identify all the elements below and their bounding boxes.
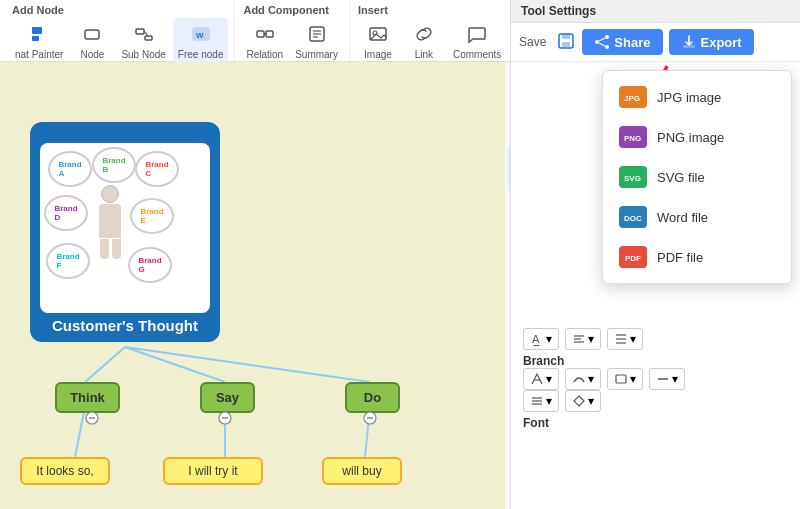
branch-label: Branch xyxy=(523,354,788,368)
looks-node[interactable]: It looks so, xyxy=(20,457,110,485)
summary-icon xyxy=(303,20,331,48)
svg-rect-1 xyxy=(32,36,39,41)
export-button[interactable]: Export xyxy=(669,29,754,55)
image-label: Image xyxy=(364,49,392,60)
branch-line-btn[interactable]: ▾ xyxy=(649,368,685,390)
comments-button[interactable]: Comments xyxy=(448,18,506,62)
node-icon xyxy=(78,20,106,48)
svg-text:JPG: JPG xyxy=(624,94,640,103)
add-component-group: Add Component Relation Summary xyxy=(235,0,350,61)
export-pdf[interactable]: PDF PDF file xyxy=(603,237,791,277)
buy-node[interactable]: will buy xyxy=(322,457,402,485)
free-node-button[interactable]: W Free node xyxy=(173,18,229,62)
branch-color-row: ▾ ▾ ▾ ▾ xyxy=(523,368,788,390)
format-painter-button[interactable]: nat Painter xyxy=(10,18,68,62)
svg-line-17 xyxy=(85,347,125,382)
sub-node-button[interactable]: Sub Node xyxy=(116,18,170,62)
branch-extra2-btn[interactable]: ▾ xyxy=(565,390,601,412)
svg-rect-0 xyxy=(32,27,42,34)
jpg-label: JPG image xyxy=(657,90,721,105)
comments-icon xyxy=(463,20,491,48)
align-left-btn[interactable]: ▾ xyxy=(565,328,601,350)
png-icon: PNG xyxy=(619,126,647,148)
add-node-items: nat Painter Node Sub Node W Free node xyxy=(10,18,228,62)
export-doc[interactable]: DOC Word file xyxy=(603,197,791,237)
svg-point-34 xyxy=(605,45,609,49)
summary-button[interactable]: Summary xyxy=(290,18,343,62)
try-node[interactable]: I will try it xyxy=(163,457,263,485)
free-node-icon: W xyxy=(187,20,215,48)
tool-settings-header: Tool Settings xyxy=(511,0,800,23)
svg-text:A̲: A̲ xyxy=(532,333,540,346)
free-node-label: Free node xyxy=(178,49,224,60)
branch-extra-row: ▾ ▾ xyxy=(523,390,788,412)
brand-f-bubble: BrandF xyxy=(46,243,90,279)
think-node[interactable]: Think xyxy=(55,382,120,413)
tool-settings-panel: Tool Settings Save Share Export JPG JPG … xyxy=(510,0,800,509)
do-node[interactable]: Do xyxy=(345,382,400,413)
font-label: Font xyxy=(523,416,788,430)
branch-stroke-btn[interactable]: ▾ xyxy=(565,368,601,390)
add-node-title: Add Node xyxy=(10,4,64,16)
underline-btn[interactable]: A̲ ▾ xyxy=(523,328,559,350)
comments-label: Comments xyxy=(453,49,501,60)
branch-extra1-btn[interactable]: ▾ xyxy=(523,390,559,412)
svg-rect-57 xyxy=(616,375,626,383)
doc-icon: DOC xyxy=(619,206,647,228)
brand-a-bubble: BrandA xyxy=(48,151,92,187)
export-svg[interactable]: SVG SVG file xyxy=(603,157,791,197)
say-node[interactable]: Say xyxy=(200,382,255,413)
do-collapse[interactable] xyxy=(363,411,377,428)
svg-line-36 xyxy=(599,43,605,46)
relation-button[interactable]: Relation xyxy=(241,18,288,62)
branch-border-btn[interactable]: ▾ xyxy=(607,368,643,390)
brand-c-bubble: BrandC xyxy=(135,151,179,187)
doc-label: Word file xyxy=(657,210,708,225)
insert-group: Insert Image Link Comments xyxy=(350,0,513,61)
text-format-row: A̲ ▾ ▾ ▾ xyxy=(523,328,788,350)
svg-label: SVG file xyxy=(657,170,705,185)
branch-fill-btn[interactable]: ▾ xyxy=(523,368,559,390)
node-button[interactable]: Node xyxy=(70,18,114,62)
tool-settings-title: Tool Settings xyxy=(521,4,596,18)
brand-g-bubble: BrandG xyxy=(128,247,172,283)
say-collapse[interactable] xyxy=(218,411,232,428)
jpg-icon: JPG xyxy=(619,86,647,108)
save-icon[interactable] xyxy=(556,31,576,54)
svg-rect-9 xyxy=(266,31,273,37)
add-component-items: Relation Summary xyxy=(241,18,343,62)
main-node-label: Customer's Thought xyxy=(44,317,206,334)
think-collapse[interactable] xyxy=(85,411,99,428)
svg-icon: SVG xyxy=(619,166,647,188)
add-component-title: Add Component xyxy=(241,4,329,16)
png-label: PNG image xyxy=(657,130,724,145)
svg-rect-30 xyxy=(562,34,570,39)
link-label: Link xyxy=(415,49,433,60)
ts-body-bottom: A̲ ▾ ▾ ▾ Branch ▾ ▾ ▾ xyxy=(511,320,800,509)
format-painter-icon xyxy=(25,20,53,48)
person-figure xyxy=(92,185,128,265)
svg-text:SVG: SVG xyxy=(624,174,641,183)
summary-label: Summary xyxy=(295,49,338,60)
image-button[interactable]: Image xyxy=(356,18,400,62)
canvas-area[interactable]: BrandA BrandB BrandC BrandD BrandE Brand… xyxy=(0,62,505,509)
line-height-btn[interactable]: ▾ xyxy=(607,328,643,350)
brand-b-bubble: BrandB xyxy=(92,147,136,183)
svg-line-35 xyxy=(599,38,605,41)
add-node-group: Add Node nat Painter Node Sub Node xyxy=(4,0,235,61)
image-icon xyxy=(364,20,392,48)
brand-d-bubble: BrandD xyxy=(44,195,88,231)
svg-line-19 xyxy=(125,347,370,382)
svg-rect-37 xyxy=(683,45,695,48)
main-node[interactable]: BrandA BrandB BrandC BrandD BrandE Brand… xyxy=(30,122,220,342)
share-button[interactable]: Share xyxy=(582,29,662,55)
save-label: Save xyxy=(519,35,546,49)
export-jpg[interactable]: JPG JPG image xyxy=(603,77,791,117)
svg-rect-4 xyxy=(145,36,152,40)
svg-text:PDF: PDF xyxy=(625,254,641,263)
link-icon xyxy=(410,20,438,48)
insert-title: Insert xyxy=(356,4,388,16)
link-button[interactable]: Link xyxy=(402,18,446,62)
export-png[interactable]: PNG PNG image xyxy=(603,117,791,157)
svg-rect-8 xyxy=(257,31,264,37)
